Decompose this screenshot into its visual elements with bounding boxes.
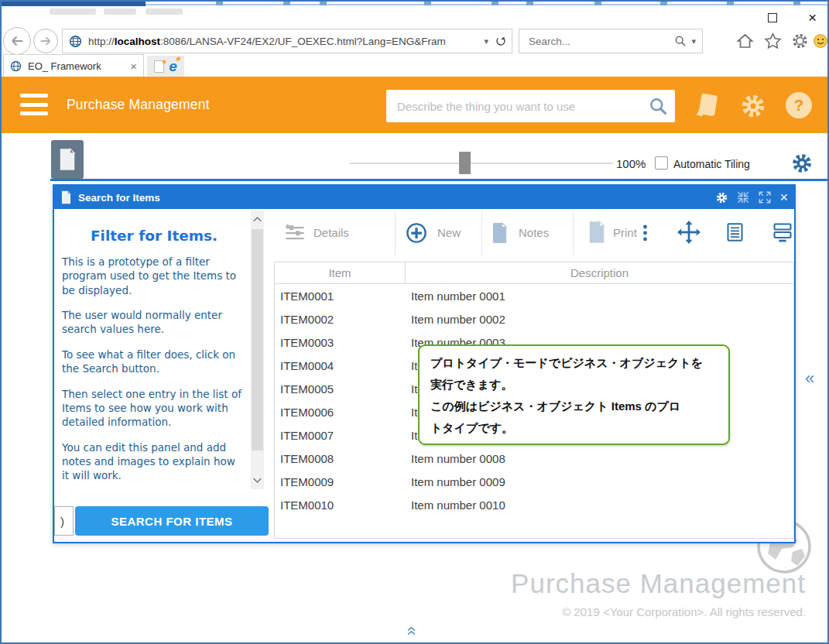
tooltip-line: この例はビジネス・オブジェクト Items のプロ [430,396,718,417]
forward-arrow-icon [39,34,53,48]
prototype-tooltip: プロトタイプ・モードでビジネス・オブジェクトを 実行できます。 この例はビジネス… [418,344,730,445]
item-description-cell: Item number 0008 [406,452,793,465]
zoom-slider-track[interactable] [350,163,613,164]
details-icon[interactable] [284,221,306,243]
guide-book-icon[interactable] [690,91,720,120]
app-search-input[interactable] [396,99,648,114]
clipped-input-control[interactable]: ) [54,506,74,536]
url-dropdown-caret[interactable]: ▾ [484,36,488,46]
hamburger-menu-icon[interactable] [20,94,48,115]
filter-paragraph: To see what a filter does, click on the … [62,348,245,376]
document-icon [60,190,72,204]
table-row[interactable]: ITEM0001 Item number 0001 [275,284,793,307]
item-code-cell: ITEM0005 [275,382,406,396]
notes-button[interactable]: Notes [519,226,549,239]
table-row[interactable]: ITEM0008 Item number 0008 [275,447,793,470]
column-header-description[interactable]: Description [406,262,793,283]
artifact-bar [2,2,146,6]
list-view-icon[interactable] [725,221,745,243]
copyright-text: © 2019 <Your Corporation>. All rights re… [562,605,806,618]
app-search-box[interactable] [386,90,675,122]
tile-horizontally-icon[interactable] [772,221,793,243]
browser-tab[interactable]: EO_ Framework × [3,54,144,77]
search-icon[interactable] [648,96,669,117]
move-window-icon[interactable] [677,221,701,244]
table-row[interactable]: ITEM0002 Item number 0002 [275,307,793,331]
globe-icon [69,35,82,48]
items-table-header: Item Description [275,262,793,284]
favorites-star-icon[interactable] [763,32,783,50]
maximize-button[interactable] [768,13,777,22]
scroll-down-arrow-icon[interactable] [251,472,264,489]
item-code-cell: ITEM0003 [275,336,406,349]
feedback-smiley-icon[interactable] [813,33,828,49]
dialog-titlebar[interactable]: Search for Items × [54,186,794,209]
ie-logo-icon[interactable]: e★ [169,59,177,74]
item-code-cell: ITEM0007 [275,429,406,442]
item-description-cell: Item number 0010 [406,498,793,512]
filter-heading: Filter for Items. [62,228,246,244]
item-code-cell: ITEM0002 [275,313,406,326]
document-icon [58,148,77,171]
print-button[interactable]: Print [613,226,641,239]
close-window-button[interactable]: × [808,11,817,25]
tab-close-button[interactable]: × [130,60,137,73]
item-code-cell: ITEM0010 [275,498,406,512]
new-tab-page-icon[interactable]: ★ [154,60,164,73]
maximize-dialog-icon[interactable] [758,190,772,204]
restore-size-icon[interactable] [736,190,750,204]
column-header-item[interactable]: Item [275,262,406,283]
print-icon[interactable] [586,221,608,244]
expand-bottom-chevron[interactable]: « [402,626,422,635]
browser-window: × http://localhost:8086/LANSA-VF24/EX2/U… [0,0,829,644]
forward-button[interactable] [33,29,58,53]
new-plus-icon[interactable] [405,221,428,245]
search-icon[interactable] [674,35,687,47]
back-arrow-icon [9,33,25,49]
frame-divider [50,179,829,181]
layout-settings-gear-icon[interactable] [790,152,814,175]
table-row[interactable]: ITEM0010 Item number 0010 [275,493,793,516]
watermark-title: Purchase Management [511,568,806,599]
back-button[interactable] [3,27,31,55]
app-title: Purchase Management [67,97,210,113]
automatic-tiling-checkbox[interactable] [655,156,668,170]
filter-paragraph: Then select one entry in the list of Ite… [62,387,245,430]
search-dropdown-caret[interactable]: ▾ [691,36,696,46]
scroll-up-arrow-icon[interactable] [251,211,264,228]
dialog-close-button[interactable]: × [779,191,788,204]
tooltip-line: 実行できます。 [430,374,718,396]
filter-paragraph: The user would normally enter search val… [62,308,245,337]
search-for-items-dialog: Search for Items × [53,184,796,543]
search-for-items-button[interactable]: SEARCH FOR ITEMS [75,506,269,536]
details-button[interactable]: Details [313,226,349,239]
settings-gear-icon[interactable] [790,32,810,50]
filter-scrollbar[interactable] [251,211,264,489]
address-bar[interactable]: http://localhost:8086/LANSA-VF24/EX2/UF_… [62,29,512,53]
item-description-cell: Item number 0009 [406,475,793,488]
table-row[interactable]: ITEM0009 Item number 0009 [275,470,793,493]
zoom-slider-handle[interactable] [459,152,471,174]
scrollbar-thumb[interactable] [252,229,263,450]
automatic-tiling-label: Automatic Tiling [673,158,750,170]
filter-panel: Filter for Items. This is a prototype of… [54,209,271,542]
home-icon[interactable] [735,32,755,50]
notes-icon[interactable] [489,222,510,244]
item-code-cell: ITEM0009 [275,475,406,488]
tooltip-line: トタイプです。 [430,417,718,439]
globe-icon [10,60,22,72]
more-options-icon[interactable] [642,224,648,242]
help-icon[interactable]: ? [786,92,812,118]
collapse-panel-chevron[interactable]: « [805,368,814,389]
dialog-settings-gear-icon[interactable] [715,191,728,204]
document-tile-button[interactable] [51,140,84,179]
new-button[interactable]: New [437,226,461,239]
browser-search-input[interactable] [527,35,674,48]
refresh-icon[interactable] [495,35,507,47]
tab-title: EO_ Framework [28,60,127,72]
url-text: http://localhost:8086/LANSA-VF24/EX2/UF_… [88,36,479,47]
browser-search-box[interactable]: ▾ [519,29,703,53]
settings-gear-icon[interactable] [739,92,767,120]
new-tab-area[interactable]: ★ e★ [147,56,184,77]
zoom-value: 100% [616,157,646,170]
